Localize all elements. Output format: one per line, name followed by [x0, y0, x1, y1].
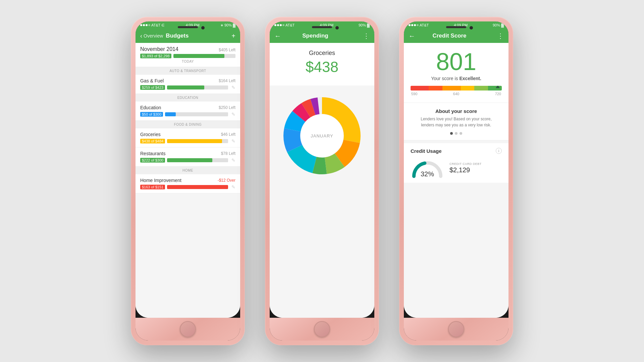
groceries-left: $46 Left — [221, 132, 235, 137]
november-progress-label: $1,893 of $2,298 — [140, 54, 171, 58]
spending-category: Groceries — [274, 50, 370, 57]
budgets-nav-title: Budgets — [166, 33, 231, 39]
score-seg-5 — [474, 86, 488, 90]
credit-usage-info-icon[interactable]: i — [496, 148, 502, 154]
dot-3 — [460, 132, 462, 135]
credit-card-debt: CREDIT CARD DEBT $2,129 — [449, 162, 482, 174]
dot-1 — [450, 132, 453, 135]
cc-debt-value: $2,129 — [449, 166, 482, 174]
phone-budgets: AT&T ∈ 4:09 PM ∗ 90% ▓ ‹ Overview — [131, 17, 245, 345]
cc-debt-label: CREDIT CARD DEBT — [449, 162, 482, 166]
home-improvement-name: Home Improvement — [140, 178, 181, 183]
score-label-720: 720 — [495, 92, 501, 96]
education-item[interactable]: Education $250 Left $50 of $300 ✎ — [136, 102, 240, 121]
score-pointer — [496, 86, 500, 88]
page-dots — [411, 132, 502, 135]
education-header: EDUCATION — [136, 94, 240, 102]
credit-usage-title: Credit Usage — [411, 148, 442, 154]
credit-usage-body: 32% CREDIT CARD DEBT $2,129 — [411, 158, 502, 178]
home-improvement-item[interactable]: Home Improvement -$12 Over $163 of $151 … — [136, 174, 240, 193]
credit-nav-bar: ← Credit Score ⋮ — [404, 29, 508, 43]
groceries-edit-icon[interactable]: ✎ — [231, 138, 235, 144]
restaurants-left: $78 Left — [221, 151, 235, 156]
gas-fuel-edit-icon[interactable]: ✎ — [231, 85, 235, 90]
home-button-2[interactable] — [314, 321, 330, 337]
dot-2 — [455, 132, 458, 135]
gas-fuel-progress-label: $259 of $423 — [140, 85, 165, 90]
spending-menu-icon[interactable]: ⋮ — [363, 32, 370, 40]
credit-menu-icon[interactable]: ⋮ — [497, 32, 504, 40]
camera-2 — [335, 26, 339, 29]
education-name: Education — [140, 105, 161, 110]
spending-nav-title: Spending — [270, 33, 363, 39]
november-progress-bar — [173, 54, 235, 58]
svg-text:JANUARY: JANUARY — [311, 133, 333, 138]
groceries-item[interactable]: Groceries $46 Left $438 of $484 ✎ — [136, 128, 240, 147]
score-bar-labels: 590 640 720 — [411, 92, 502, 96]
restaurants-progress-label: $222 of $300 — [140, 158, 165, 163]
speaker-3 — [446, 26, 466, 28]
back-arrow-icon: ‹ — [140, 33, 142, 39]
spending-screen: AT&T 4:09 PM 90% ▓ ← Spending ⋮ — [270, 21, 374, 318]
home-header: HOME — [136, 167, 240, 174]
score-seg-2 — [429, 86, 442, 90]
spending-content: Groceries $438 — [270, 43, 374, 318]
gauge-percent: 32% — [411, 170, 444, 178]
november-progress-fill — [173, 54, 224, 58]
gas-fuel-progress-bar — [167, 85, 228, 89]
restaurants-name: Restaurants — [140, 151, 165, 156]
budgets-screen: AT&T ∈ 4:09 PM ∗ 90% ▓ ‹ Overview — [136, 21, 240, 318]
score-quality: Excellent. — [459, 76, 481, 81]
budgets-nav-bar: ‹ Overview Budgets + — [136, 29, 240, 43]
about-score-text: Lenders love you! Based on your score,le… — [411, 116, 502, 128]
score-seg-6 — [488, 86, 502, 90]
today-label: TODAY — [140, 58, 235, 63]
food-dining-header: FOOD & DINING — [136, 121, 240, 128]
camera — [201, 26, 205, 29]
credit-nav-title: Credit Score — [404, 33, 497, 39]
credit-score-number: 801 — [411, 50, 502, 74]
camera-3 — [470, 26, 473, 29]
november-overview: November 2014 $405 Left $1,893 of $2,298… — [136, 43, 240, 67]
score-bar — [411, 86, 502, 90]
home-improvement-left: -$12 Over — [218, 178, 235, 183]
spending-amount: $438 — [274, 59, 370, 75]
credit-score-label: Your score is Excellent. — [411, 76, 502, 81]
spending-chart: JANUARY — [278, 92, 366, 179]
credit-usage-header: Credit Usage i — [411, 148, 502, 154]
spending-header: Groceries $438 — [270, 43, 374, 85]
phone-credit: AT&T 4:09 PM 90% ▓ ← Credit Score ⋮ — [399, 17, 513, 345]
restaurants-edit-icon[interactable]: ✎ — [231, 158, 235, 163]
speaker-2 — [312, 26, 332, 28]
about-score-title: About your score — [411, 108, 502, 114]
education-edit-icon[interactable]: ✎ — [231, 112, 235, 117]
home-improvement-edit-icon[interactable]: ✎ — [231, 184, 235, 190]
groceries-progress-bar — [167, 139, 228, 143]
gas-fuel-left: $164 Left — [219, 78, 235, 83]
score-label-590: 590 — [411, 92, 417, 96]
gauge: 32% — [411, 158, 444, 178]
restaurants-item[interactable]: Restaurants $78 Left $222 of $300 ✎ — [136, 147, 240, 167]
score-label-text: Your score is — [431, 76, 459, 81]
credit-usage-section: Credit Usage i — [404, 143, 508, 183]
budgets-content: November 2014 $405 Left $1,893 of $2,298… — [136, 43, 240, 318]
education-progress-label: $50 of $300 — [140, 112, 163, 117]
score-seg-4 — [461, 86, 475, 90]
home-button-area-2 — [270, 318, 374, 341]
phones-container: AT&T ∈ 4:09 PM ∗ 90% ▓ ‹ Overview — [131, 17, 513, 345]
phone-spending: AT&T 4:09 PM 90% ▓ ← Spending ⋮ — [265, 17, 379, 345]
score-label-640: 640 — [453, 92, 459, 96]
home-button[interactable] — [180, 321, 196, 337]
gas-fuel-item[interactable]: Gas & Fuel $164 Left $259 of $423 ✎ — [136, 75, 240, 94]
back-label: Overview — [144, 33, 163, 39]
score-bar-container: 590 640 720 — [411, 86, 502, 96]
home-improvement-progress-label: $163 of $151 — [140, 185, 165, 189]
back-button[interactable]: ‹ Overview — [140, 33, 163, 39]
speaker — [178, 26, 198, 28]
education-left: $250 Left — [219, 105, 235, 110]
credit-content: 801 Your score is Excellent. — [404, 43, 508, 318]
auto-transport-header: AUTO & TRANSPORT — [136, 67, 240, 75]
about-score-section: About your score Lenders love you! Based… — [404, 103, 508, 140]
home-button-3[interactable] — [448, 321, 464, 337]
add-budget-button[interactable]: + — [231, 32, 235, 40]
